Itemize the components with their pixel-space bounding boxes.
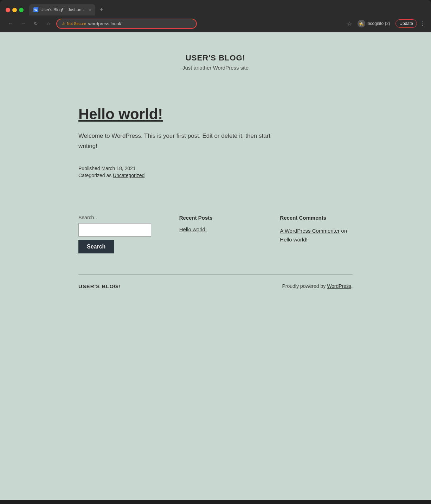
post-category: Categorized as Uncategorized: [78, 173, 353, 178]
category-link[interactable]: Uncategorized: [113, 173, 144, 178]
site-header: USER'S BLOG! Just another WordPress site: [78, 32, 353, 85]
security-warning: ⚠ Not Secure: [62, 21, 86, 26]
active-tab[interactable]: W User's Blog! – Just another Wo... ×: [29, 4, 95, 15]
not-secure-label: Not Secure: [67, 21, 86, 26]
comment-post-link[interactable]: Hello world!: [280, 237, 307, 243]
post-excerpt: Welcome to WordPress. This is your first…: [78, 131, 275, 151]
site-tagline: Just another WordPress site: [78, 65, 353, 71]
title-bar: W User's Blog! – Just another Wo... × +: [0, 0, 431, 15]
home-button[interactable]: ⌂: [44, 19, 53, 28]
footer-site-title: USER'S BLOG!: [78, 283, 121, 289]
recent-comments-widget: Recent Comments A WordPress Commenter on…: [280, 215, 353, 244]
post-meta: Published March 18, 2021 Categorized as …: [78, 166, 353, 178]
blog-post: Hello world! Welcome to WordPress. This …: [78, 106, 353, 178]
recent-post-link[interactable]: Hello world!: [179, 226, 207, 232]
search-widget-label: Search…: [78, 215, 151, 220]
search-button[interactable]: Search: [78, 240, 114, 253]
new-tab-button[interactable]: +: [97, 6, 106, 14]
search-input[interactable]: [78, 223, 151, 237]
tab-title: User's Blog! – Just another Wo...: [40, 7, 86, 12]
comment-item: A WordPress Commenter on Hello world!: [280, 226, 353, 244]
recent-posts-title: Recent Posts: [179, 215, 252, 221]
post-title[interactable]: Hello world!: [78, 106, 353, 123]
reload-button[interactable]: ↻: [31, 19, 41, 28]
traffic-lights: [6, 8, 24, 12]
incognito-icon: 🕵: [358, 20, 365, 27]
update-button[interactable]: Update: [395, 19, 417, 28]
url-display[interactable]: wordpress.local/: [88, 21, 121, 26]
incognito-label: Incognito (2): [367, 21, 390, 26]
bookmark-button[interactable]: ☆: [347, 20, 352, 27]
recent-posts-list: Hello world!: [179, 226, 252, 233]
maximize-window-button[interactable]: [19, 8, 24, 12]
warning-icon: ⚠: [62, 21, 65, 26]
back-button[interactable]: ←: [6, 19, 15, 28]
tab-favicon: W: [33, 7, 38, 12]
browser-content: USER'S BLOG! Just another WordPress site…: [0, 32, 431, 500]
browser-menu-button[interactable]: ⋮: [420, 20, 425, 27]
footer-powered: Proudly powered by WordPress.: [282, 283, 353, 289]
footer-widgets: Search… Search Recent Posts Hello world!…: [78, 194, 353, 267]
incognito-button[interactable]: 🕵 Incognito (2): [355, 18, 393, 29]
minimize-window-button[interactable]: [12, 8, 17, 12]
close-window-button[interactable]: [6, 8, 10, 12]
search-widget: Search… Search: [78, 215, 151, 253]
recent-posts-widget: Recent Posts Hello world!: [179, 215, 252, 233]
toolbar-right: ☆ 🕵 Incognito (2) Update ⋮: [347, 18, 425, 29]
browser-chrome: W User's Blog! – Just another Wo... × + …: [0, 0, 431, 32]
site-title: USER'S BLOG!: [78, 53, 353, 63]
site-footer: USER'S BLOG! Proudly powered by WordPres…: [78, 274, 353, 298]
browser-toolbar: ← → ↻ ⌂ ⚠ Not Secure wordpress.local/ ☆ …: [0, 15, 431, 32]
close-tab-button[interactable]: ×: [89, 8, 91, 12]
forward-button[interactable]: →: [18, 19, 28, 28]
main-content: Hello world! Welcome to WordPress. This …: [78, 85, 353, 194]
list-item: Hello world!: [179, 226, 252, 233]
address-bar[interactable]: ⚠ Not Secure wordpress.local/: [56, 19, 197, 29]
tab-area: W User's Blog! – Just another Wo... × +: [29, 4, 425, 15]
commenter-link[interactable]: A WordPress Commenter: [280, 228, 340, 234]
recent-comments-title: Recent Comments: [280, 215, 353, 221]
wordpress-link[interactable]: WordPress: [327, 283, 351, 289]
post-published: Published March 18, 2021: [78, 166, 353, 171]
